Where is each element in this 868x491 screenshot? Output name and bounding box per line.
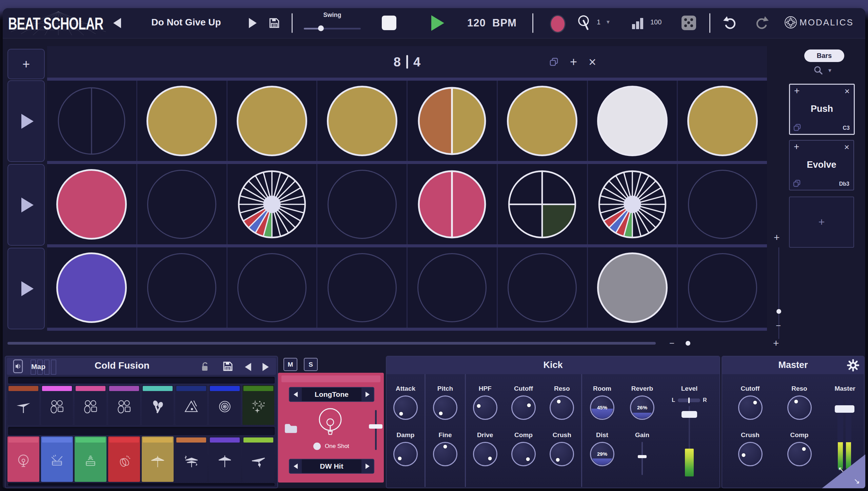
- slider-gain[interactable]: [635, 442, 649, 475]
- undo-icon[interactable]: [722, 15, 738, 33]
- pad-drumkit[interactable]: [75, 385, 106, 425]
- knob-reso[interactable]: [550, 395, 574, 420]
- solo-button[interactable]: S: [304, 358, 318, 371]
- knob-pitch[interactable]: [433, 395, 457, 420]
- gear-icon[interactable]: [847, 359, 859, 373]
- beat-cell-r3c8[interactable]: [678, 247, 767, 328]
- duplicate-bar-icon[interactable]: [550, 58, 558, 66]
- hit-value[interactable]: DW Hit: [302, 459, 361, 473]
- bpm-display[interactable]: 120 BPM: [456, 17, 528, 29]
- knob-crush[interactable]: [738, 442, 763, 466]
- quantize-dropdown-icon[interactable]: ▼: [606, 19, 611, 25]
- knob-reverb[interactable]: 26%: [630, 395, 654, 420]
- beat-cell-r2c2[interactable]: [137, 164, 228, 244]
- row-play-button-2[interactable]: [7, 164, 45, 246]
- duplicate-icon[interactable]: [793, 124, 801, 131]
- save-button[interactable]: [269, 17, 280, 30]
- mute-button[interactable]: M: [283, 358, 297, 371]
- redo-icon[interactable]: [753, 15, 770, 33]
- pad-gong[interactable]: [209, 385, 241, 425]
- pad-hihat[interactable]: [142, 436, 174, 482]
- beat-cell-r3c7[interactable]: [588, 247, 678, 328]
- knob-crush[interactable]: [550, 442, 574, 466]
- lock-open-icon[interactable]: [200, 361, 210, 373]
- tone-next-button[interactable]: [361, 388, 374, 401]
- fader-handle[interactable]: [682, 411, 697, 418]
- hzoom-dot[interactable]: [686, 341, 690, 346]
- beat-cell-r2c8[interactable]: [678, 164, 767, 244]
- save-kit-button[interactable]: [222, 361, 233, 373]
- knob-room[interactable]: 45%: [590, 395, 614, 420]
- pad-crash[interactable]: [209, 436, 241, 482]
- vzoom-dot[interactable]: [776, 309, 781, 314]
- beat-cell-r3c1[interactable]: [47, 247, 137, 328]
- zoom-plus[interactable]: +: [773, 337, 779, 349]
- delete-bar-icon[interactable]: ×: [589, 56, 596, 68]
- knob-dist[interactable]: 29%: [590, 442, 614, 466]
- beat-cell-r2c4[interactable]: [317, 164, 408, 244]
- knob-attack[interactable]: [393, 395, 418, 420]
- bar-card-empty[interactable]: +: [789, 197, 854, 248]
- metronome-icon[interactable]: [576, 14, 592, 33]
- tone-value[interactable]: LongTone: [302, 388, 361, 401]
- knob-fine[interactable]: [433, 442, 457, 466]
- beat-cell-r1c1[interactable]: [47, 81, 137, 161]
- record-button[interactable]: [550, 15, 566, 33]
- dice-icon[interactable]: [682, 16, 696, 30]
- beat-cell-r3c2[interactable]: [137, 247, 228, 328]
- add-icon[interactable]: +: [794, 141, 799, 152]
- row-play-button-3[interactable]: [7, 248, 45, 329]
- pad-drumkit[interactable]: [108, 385, 140, 425]
- bar-card-evolve[interactable]: + × Evolve Db3: [789, 140, 854, 190]
- sample-volume-slider[interactable]: [369, 410, 382, 450]
- pad-ride[interactable]: [242, 436, 274, 482]
- pad-sparkles[interactable]: [242, 385, 274, 425]
- beat-cell-r2c6[interactable]: [498, 164, 588, 244]
- pad-sizzlehat[interactable]: [175, 436, 207, 482]
- time-signature[interactable]: 84: [394, 55, 420, 69]
- map-button[interactable]: Map: [28, 360, 56, 374]
- beat-cell-r1c6[interactable]: [498, 81, 588, 161]
- pad-cymbal[interactable]: [7, 385, 39, 425]
- tone-prev-button[interactable]: [290, 388, 302, 401]
- duplicate-icon[interactable]: [793, 180, 801, 187]
- beat-cell-r1c5[interactable]: [408, 81, 498, 161]
- pad-triangle[interactable]: [175, 385, 207, 425]
- hit-next-button[interactable]: [361, 459, 374, 473]
- vzoom-plus[interactable]: +: [774, 232, 780, 243]
- stop-button[interactable]: [382, 16, 396, 30]
- knob-drive[interactable]: [473, 442, 497, 466]
- kit-next-button[interactable]: [262, 363, 269, 371]
- slider-handle[interactable]: [369, 424, 382, 429]
- close-icon[interactable]: ×: [845, 86, 850, 97]
- knob-comp[interactable]: [787, 442, 812, 466]
- add-icon[interactable]: +: [794, 85, 800, 96]
- song-back-button[interactable]: [113, 18, 121, 28]
- beat-cell-r3c4[interactable]: [317, 247, 408, 328]
- humanize-bars-icon[interactable]: [632, 17, 646, 29]
- beat-cell-r2c1[interactable]: [47, 164, 137, 244]
- pad-buzzsnare[interactable]: [75, 436, 106, 482]
- close-icon[interactable]: ×: [844, 142, 849, 152]
- bars-toggle-button[interactable]: Bars: [804, 49, 844, 62]
- swing-slider-handle[interactable]: [318, 25, 324, 31]
- quantize-value[interactable]: 1: [597, 18, 600, 26]
- pan-slider[interactable]: [678, 398, 700, 402]
- beat-cell-r1c7[interactable]: [588, 81, 678, 161]
- pad-clap[interactable]: [108, 436, 140, 482]
- level-fader[interactable]: [679, 406, 699, 478]
- knob-comp[interactable]: [511, 442, 536, 466]
- folder-icon[interactable]: [284, 423, 298, 435]
- beat-cell-r2c7[interactable]: [588, 164, 678, 244]
- preview-speaker-icon[interactable]: [13, 359, 23, 375]
- pad-kick[interactable]: [7, 436, 39, 482]
- humanize-value[interactable]: 100: [650, 18, 662, 26]
- pad-maracas[interactable]: [142, 385, 174, 425]
- song-forward-button[interactable]: [249, 18, 257, 28]
- beat-cell-r3c6[interactable]: [498, 247, 588, 328]
- hzoom-minus[interactable]: −: [669, 338, 674, 349]
- beat-cell-r3c5[interactable]: [408, 247, 498, 328]
- one-shot-option[interactable]: One Shot: [313, 443, 349, 450]
- knob-damp[interactable]: [393, 442, 418, 466]
- master-fader-handle[interactable]: [835, 405, 854, 413]
